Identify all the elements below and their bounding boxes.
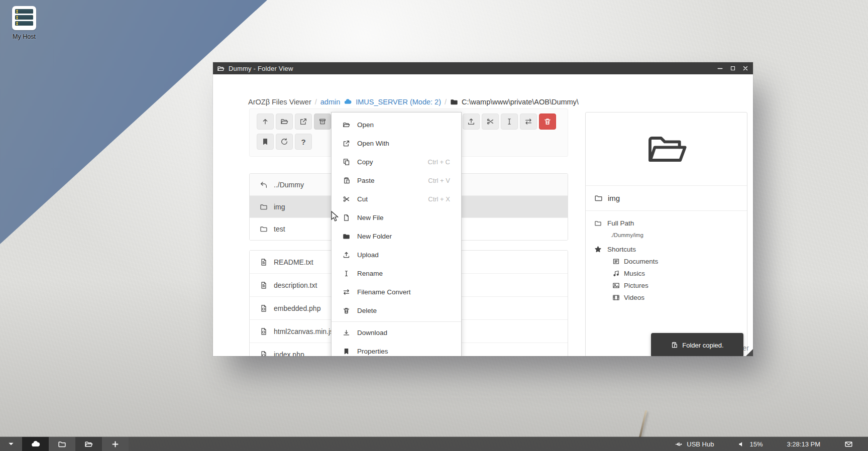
server-icon bbox=[12, 6, 36, 30]
cloud-icon bbox=[344, 97, 352, 106]
menu-divider bbox=[332, 321, 461, 322]
bookmark-icon bbox=[343, 348, 350, 355]
plus-icon bbox=[111, 440, 120, 448]
rename-button[interactable] bbox=[501, 114, 518, 130]
open-button[interactable] bbox=[276, 114, 293, 130]
breadcrumb-user-link[interactable]: admin bbox=[320, 98, 341, 106]
folder-view-window: Dummy - Folder View ArOZβ Files Viewer /… bbox=[213, 62, 753, 356]
minimize-button[interactable] bbox=[716, 65, 724, 72]
envelope-icon bbox=[844, 440, 853, 448]
full-path-row: Full Path bbox=[594, 219, 747, 227]
context-menu: Open Open With CopyCtrl + C PasteCtrl + … bbox=[331, 112, 462, 356]
breadcrumb-path: C:\wamp\www\private\AOB\Dummy\ bbox=[462, 98, 579, 106]
desktop-icon-label: My Host bbox=[6, 33, 42, 40]
upload-icon bbox=[343, 251, 350, 259]
full-path-value: ./Dummy/img bbox=[594, 232, 747, 238]
film-icon bbox=[612, 294, 620, 301]
menu-item-open[interactable]: Open bbox=[332, 116, 461, 134]
toast-notification: Folder copied. bbox=[651, 333, 743, 356]
desktop-twig bbox=[639, 410, 647, 438]
mail-button[interactable] bbox=[844, 440, 853, 448]
upload-button[interactable] bbox=[463, 114, 480, 130]
taskbar-folder-button[interactable] bbox=[49, 437, 75, 451]
menu-item-paste[interactable]: PasteCtrl + V bbox=[332, 171, 461, 190]
folder-open-icon bbox=[343, 121, 350, 129]
taskbar: USB Hub 15% 3:28:13 PM bbox=[0, 437, 868, 451]
shortcut-documents[interactable]: Documents bbox=[594, 258, 747, 265]
folder-icon bbox=[594, 194, 603, 202]
filename-convert-button[interactable] bbox=[520, 114, 537, 130]
scissors-icon bbox=[343, 195, 350, 203]
paste-icon bbox=[671, 342, 678, 349]
mouse-cursor-icon bbox=[331, 211, 341, 222]
breadcrumb-server-link[interactable]: IMUS_SERVER (Mode: 2) bbox=[356, 98, 441, 106]
file-text-icon bbox=[260, 281, 268, 289]
download-icon bbox=[343, 329, 350, 336]
question-icon: ? bbox=[301, 138, 305, 146]
resize-handle[interactable] bbox=[746, 349, 753, 356]
menu-item-open-with[interactable]: Open With bbox=[332, 134, 461, 153]
music-icon bbox=[612, 270, 620, 277]
folder-open-icon bbox=[217, 65, 225, 72]
properties-panel: img Full Path ./Dummy/img Shortcuts Docu… bbox=[585, 112, 747, 356]
menu-item-upload[interactable]: Upload bbox=[332, 246, 461, 264]
window-content: ArOZβ Files Viewer / admin IMUS_SERVER (… bbox=[213, 74, 753, 356]
archive-button[interactable] bbox=[314, 114, 331, 130]
system-tray: USB Hub 15% 3:28:13 PM bbox=[651, 437, 868, 451]
menu-item-properties[interactable]: Properties bbox=[332, 342, 461, 356]
menu-item-new-folder[interactable]: New Folder bbox=[332, 227, 461, 246]
desktop-icon-my-host[interactable]: My Host bbox=[6, 6, 42, 40]
menu-item-copy[interactable]: CopyCtrl + C bbox=[332, 153, 461, 171]
cut-button[interactable] bbox=[482, 114, 499, 130]
picture-icon bbox=[612, 282, 620, 289]
folder-open-icon bbox=[644, 127, 689, 171]
speaker-icon bbox=[738, 440, 745, 448]
shortcut-videos[interactable]: Videos bbox=[594, 294, 747, 301]
help-button[interactable]: ? bbox=[295, 134, 312, 150]
usb-icon bbox=[675, 440, 683, 448]
menu-item-delete[interactable]: Delete bbox=[332, 301, 461, 320]
file-code-icon bbox=[260, 327, 268, 335]
close-button[interactable] bbox=[741, 65, 749, 72]
up-directory-button[interactable] bbox=[257, 114, 274, 130]
window-title: Dummy - Folder View bbox=[229, 65, 293, 72]
star-icon bbox=[594, 246, 602, 253]
clock: 3:28:13 PM bbox=[787, 440, 821, 448]
folder-open-icon bbox=[84, 440, 93, 448]
copy-icon bbox=[343, 158, 350, 166]
maximize-button[interactable] bbox=[729, 65, 736, 72]
folder-solid-icon bbox=[343, 233, 350, 240]
titlebar[interactable]: Dummy - Folder View bbox=[213, 62, 753, 74]
selected-item-name-row: img bbox=[586, 186, 747, 211]
folder-icon bbox=[594, 219, 602, 227]
back-arrow-icon bbox=[260, 181, 268, 189]
taskbar-add-button[interactable] bbox=[102, 437, 129, 451]
toast-message: Folder copied. bbox=[682, 342, 723, 349]
properties-button[interactable] bbox=[257, 134, 274, 150]
menu-item-cut[interactable]: CutCtrl + X bbox=[332, 190, 461, 208]
folder-icon bbox=[260, 225, 268, 233]
taskbar-expand-button[interactable] bbox=[0, 437, 22, 451]
menu-item-filename-convert[interactable]: Filename Convert bbox=[332, 283, 461, 301]
folder-icon bbox=[450, 98, 458, 106]
folder-icon bbox=[58, 440, 66, 448]
menu-item-download[interactable]: Download bbox=[332, 323, 461, 342]
folder-icon bbox=[260, 203, 268, 211]
menu-item-rename[interactable]: Rename bbox=[332, 264, 461, 283]
usb-status[interactable]: USB Hub bbox=[675, 440, 714, 448]
delete-button[interactable] bbox=[539, 114, 556, 130]
preview-area bbox=[586, 112, 747, 186]
shortcut-musics[interactable]: Musics bbox=[594, 270, 747, 277]
exchange-icon bbox=[343, 288, 350, 296]
taskbar-cloud-button[interactable] bbox=[22, 437, 49, 451]
menu-item-new-file[interactable]: New File bbox=[332, 208, 461, 227]
shortcuts-header: Shortcuts bbox=[594, 246, 747, 253]
ibeam-icon bbox=[343, 270, 350, 277]
volume-status[interactable]: 15% bbox=[738, 440, 763, 448]
open-with-button[interactable] bbox=[295, 114, 312, 130]
file-icon bbox=[343, 214, 350, 221]
taskbar-folder-open-button[interactable] bbox=[75, 437, 102, 451]
refresh-button[interactable] bbox=[276, 134, 293, 150]
cloud-icon bbox=[31, 439, 41, 449]
shortcut-pictures[interactable]: Pictures bbox=[594, 282, 747, 289]
